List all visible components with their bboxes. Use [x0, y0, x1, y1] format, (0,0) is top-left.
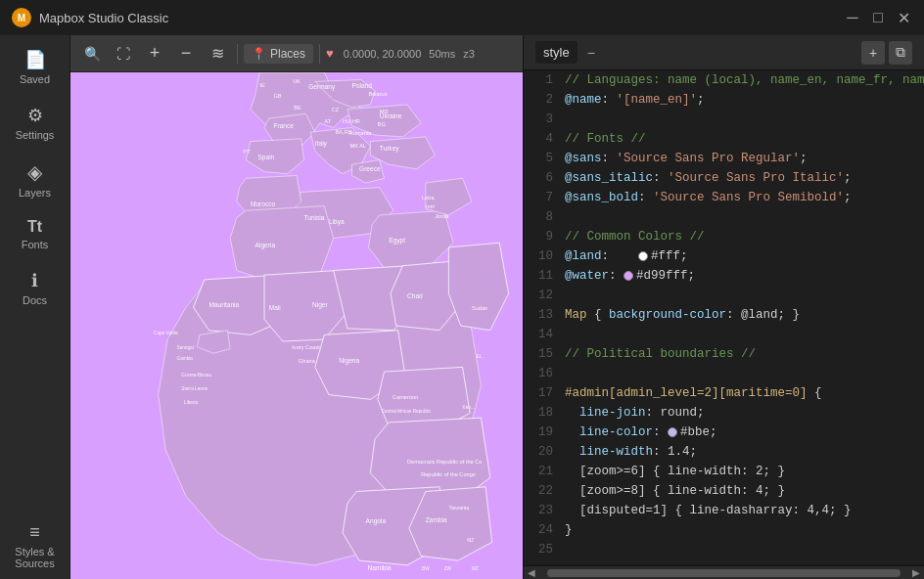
svg-text:Ghana: Ghana: [299, 358, 316, 364]
code-editor[interactable]: 1234567891011121314151617181920212223242…: [524, 70, 924, 565]
svg-text:Cape Verde: Cape Verde: [154, 331, 178, 335]
line-number: 16: [531, 364, 553, 383]
search-button[interactable]: 🔍: [78, 40, 106, 67]
svg-text:Greece: Greece: [359, 165, 381, 172]
code-lines: // Languages: name (local), name_en, nam…: [561, 70, 924, 565]
toolbar-divider-1: [237, 44, 238, 64]
heart-icon: ♥: [326, 46, 334, 61]
svg-text:Et...: Et...: [477, 354, 485, 359]
sidebar-item-fonts[interactable]: Tt Fonts: [0, 208, 69, 260]
map-view[interactable]: France Spain Germany Poland Italy Turkey…: [70, 72, 523, 579]
svg-text:Chad: Chad: [407, 292, 423, 299]
svg-text:Turkey: Turkey: [380, 145, 400, 153]
line-number: 24: [531, 520, 553, 540]
svg-text:Namibia: Namibia: [368, 564, 392, 571]
code-line: [zoom>=6] { line-width: 2; }: [565, 462, 920, 481]
sidebar-item-layers[interactable]: ◈ Layers: [0, 151, 69, 208]
line-number: 13: [531, 305, 553, 325]
main-layout: 📄 Saved ⚙ Settings ◈ Layers Tt Fonts ℹ D…: [0, 35, 924, 579]
code-line: }: [565, 520, 920, 540]
line-number: 25: [531, 540, 553, 559]
svg-text:Ivory Coast: Ivory Coast: [292, 344, 320, 350]
svg-text:BG: BG: [378, 121, 386, 127]
svg-text:Cameroon: Cameroon: [393, 394, 418, 400]
svg-text:Belarus: Belarus: [368, 91, 387, 97]
sidebar: 📄 Saved ⚙ Settings ◈ Layers Tt Fonts ℹ D…: [0, 35, 70, 579]
code-line: [565, 540, 920, 559]
copy-button[interactable]: ⧉: [889, 41, 912, 65]
svg-text:MZ: MZ: [472, 566, 479, 571]
map-svg: France Spain Germany Poland Italy Turkey…: [70, 72, 523, 579]
svg-text:Libya: Libya: [329, 218, 345, 226]
titlebar: M Mapbox Studio Classic ─ □ ✕: [0, 0, 924, 35]
sidebar-item-docs[interactable]: ℹ Docs: [0, 260, 69, 316]
sidebar-item-settings[interactable]: ⚙ Settings: [0, 95, 69, 151]
code-line: @name: '[name_en]';: [565, 90, 920, 110]
code-line: [565, 110, 920, 129]
line-number: 18: [531, 403, 553, 423]
places-dropdown[interactable]: 📍 Places: [244, 44, 313, 64]
code-line: [565, 286, 920, 305]
minimize-button[interactable]: ─: [844, 9, 861, 26]
zoom-in-button[interactable]: +: [141, 40, 168, 67]
code-line: [zoom>=8] { line-width: 4; }: [565, 481, 920, 501]
sidebar-label-styles-sources: Styles & Sources: [4, 546, 66, 569]
code-line: @sans_bold: 'Source Sans Pro Semibold';: [565, 188, 920, 207]
sidebar-item-saved[interactable]: 📄 Saved: [0, 39, 69, 95]
svg-text:Egypt: Egypt: [389, 237, 405, 245]
scroll-thumb[interactable]: [547, 569, 901, 577]
svg-text:Senegal: Senegal: [177, 345, 194, 350]
svg-text:Morocco: Morocco: [251, 200, 276, 207]
add-tab-button[interactable]: +: [861, 41, 885, 65]
close-button[interactable]: ✕: [895, 9, 912, 26]
editor-tab-style[interactable]: style: [535, 41, 578, 64]
svg-text:BA,RS: BA,RS: [336, 129, 352, 135]
line-number: 8: [531, 207, 553, 227]
toolbar-divider-2: [319, 44, 320, 64]
svg-text:Italy: Italy: [315, 140, 328, 148]
line-numbers: 1234567891011121314151617181920212223242…: [524, 70, 561, 565]
places-label: Places: [270, 47, 305, 61]
sidebar-label-settings: Settings: [16, 129, 55, 141]
zoom-out-button[interactable]: −: [172, 40, 200, 67]
svg-text:Zambia: Zambia: [426, 516, 447, 523]
svg-text:HU HR: HU HR: [343, 118, 360, 124]
svg-text:Poland: Poland: [352, 82, 373, 89]
sidebar-item-styles-sources[interactable]: ≡ Styles & Sources: [0, 512, 69, 579]
line-number: 7: [531, 188, 553, 207]
svg-text:Central African Republic: Central African Republic: [382, 409, 432, 414]
line-number: 2: [531, 90, 553, 110]
code-line: [565, 325, 920, 344]
svg-text:Gambia: Gambia: [177, 356, 194, 361]
code-line: line-join: round;: [565, 403, 920, 423]
svg-text:Guinea-Bissau: Guinea-Bissau: [181, 373, 211, 378]
svg-text:Romania: Romania: [349, 130, 372, 136]
maximize-button[interactable]: □: [869, 9, 887, 26]
sidebar-label-fonts: Fonts: [22, 239, 49, 250]
scroll-left-arrow[interactable]: ◀: [524, 567, 539, 578]
line-number: 23: [531, 501, 553, 520]
svg-text:MK AL: MK AL: [350, 143, 367, 149]
info-icon: ℹ: [31, 270, 38, 291]
svg-text:UK: UK: [293, 78, 300, 84]
code-line: // Common Colors //: [565, 227, 920, 246]
code-line: @land: #fff;: [565, 246, 920, 266]
fullscreen-button[interactable]: ⛶: [110, 40, 137, 67]
svg-text:AT: AT: [324, 118, 331, 124]
code-line: [565, 364, 920, 383]
app-logo: M: [12, 8, 31, 27]
code-line: [565, 207, 920, 227]
line-number: 3: [531, 110, 553, 129]
render-time: 50ms: [429, 48, 455, 60]
scroll-right-arrow[interactable]: ▶: [908, 567, 924, 578]
layers-toggle-button[interactable]: ≋: [204, 40, 231, 67]
svg-text:GB: GB: [273, 93, 281, 99]
svg-text:Germany: Germany: [308, 83, 336, 91]
line-number: 22: [531, 481, 553, 501]
editor-tab-close-button[interactable]: −: [587, 45, 595, 61]
svg-text:Tunisia: Tunisia: [304, 214, 325, 221]
line-number: 10: [531, 246, 553, 266]
horizontal-scrollbar[interactable]: ◀ ▶: [524, 565, 924, 579]
line-number: 6: [531, 168, 553, 188]
line-number: 4: [531, 129, 553, 149]
